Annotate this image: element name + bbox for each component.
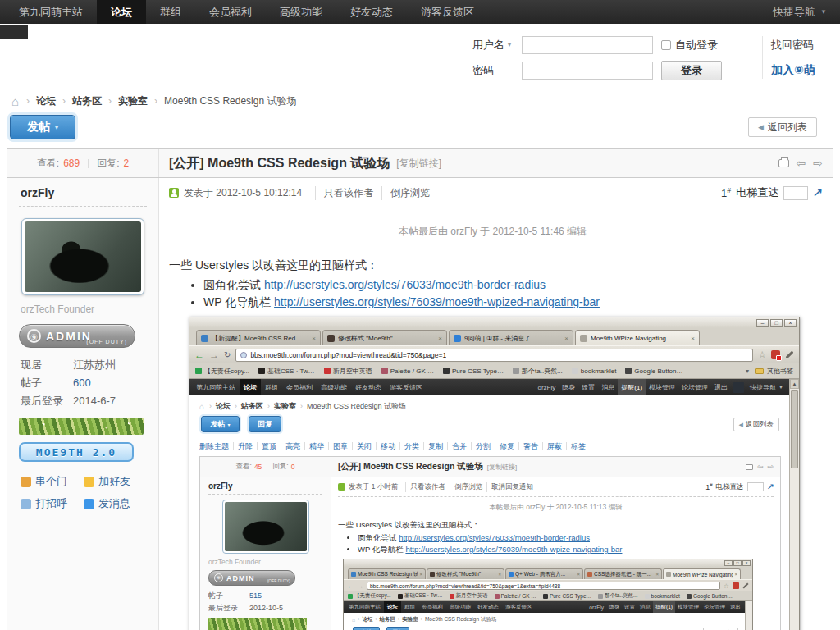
- post-time: 发表于 2012-10-5 10:12:14: [184, 186, 302, 200]
- screenshot-admin-link: 高亮: [281, 442, 300, 450]
- window-button: □: [770, 319, 783, 327]
- topnav-item[interactable]: 游客反馈区: [407, 0, 488, 24]
- topnav-item[interactable]: 第九同萌主站: [5, 0, 97, 24]
- userstyle-link: http://userstyles.org/styles/76033/moe9t…: [399, 533, 590, 542]
- userstyle-link[interactable]: http://userstyles.org/styles/76039/moe9t…: [274, 295, 600, 308]
- post-bullets: 圆角化尝试 http://userstyles.org/styles/76033…: [203, 276, 816, 311]
- site-icon: [240, 352, 247, 358]
- signature-banner: [19, 418, 144, 435]
- breadcrumb-link[interactable]: Moe9th CSS Redesign 试验场: [148, 94, 296, 108]
- join-link[interactable]: 加入⑨萌: [771, 63, 830, 78]
- home-icon[interactable]: ⌂: [11, 94, 19, 108]
- stat-label: 帖子: [21, 374, 73, 392]
- post-meta-link: 取消回复通知: [486, 482, 533, 492]
- userstyle-link[interactable]: http://userstyles.org/styles/76033/moe9t…: [264, 278, 546, 291]
- nested-reply-button: 回复: [386, 627, 409, 630]
- auto-login-label: 自动登录: [675, 38, 718, 52]
- print-icon[interactable]: [778, 159, 789, 167]
- breadcrumb-link[interactable]: 实验室: [102, 94, 148, 108]
- stat-value: 2012-10-5: [249, 602, 283, 614]
- jump-icon[interactable]: ↗: [812, 186, 824, 199]
- bookmark-item: 【无责任copy...: [348, 592, 391, 600]
- prev-thread-icon[interactable]: ⇦: [797, 157, 806, 170]
- bookmark-item: bookmarklet: [645, 593, 680, 599]
- topnav-item[interactable]: 好友动态: [336, 0, 407, 24]
- back-to-list-label: 返回列表: [768, 121, 807, 135]
- bookmark-favicon: [598, 594, 603, 599]
- admin-badge: ⑨ ADMIN (OFF DUTY): [19, 324, 135, 348]
- bookmark-label: bookmarklet: [581, 368, 617, 375]
- divider: [88, 159, 89, 168]
- tab-favicon: [666, 572, 671, 577]
- post-meta-link[interactable]: 倒序浏览: [381, 186, 430, 200]
- copy-link[interactable]: [复制链接]: [396, 157, 441, 171]
- password-input[interactable]: [522, 62, 653, 80]
- author-custom-title: orzTech Founder: [208, 558, 322, 566]
- admin-badge-label: ADMIN: [46, 330, 92, 343]
- stat-row: 现居 江苏苏州: [21, 356, 147, 374]
- replies-count: 0: [291, 463, 295, 471]
- nested-nav-item: 群组: [401, 601, 418, 613]
- screenshot-thread: 查看: 45 回复: 0 [公开] Moe9th CSS Redesign 试验…: [199, 456, 781, 630]
- author-action-link[interactable]: 发消息: [84, 496, 147, 511]
- topnav-item[interactable]: 群组: [146, 0, 195, 24]
- post-count-link[interactable]: 600: [73, 374, 91, 392]
- replies-label: 回复:: [97, 157, 119, 171]
- post-image-screenshot[interactable]: –□× 【新提醒】Moe9th CSS Red × 修改样式 "Moe9th" …: [189, 317, 800, 630]
- tab-title: Q+ Web - 腾讯官方...: [515, 571, 575, 578]
- nested-forum-page: ⌂ 论坛站务区实验室Moe9th CSS Redesign 试验场 发帖 回复: [344, 613, 745, 630]
- jump-icon: ↗: [766, 482, 774, 491]
- bookmark-label: Google Button…: [634, 368, 682, 375]
- tab-favicon: [327, 335, 335, 342]
- screenshot-new-post-button: 发帖 ▾: [201, 416, 240, 432]
- browser-tab: Moe9th WPize Navigating ×: [575, 330, 700, 345]
- breadcrumb-link[interactable]: 站务区: [56, 94, 102, 108]
- topnav-item[interactable]: 高级功能: [266, 0, 336, 24]
- breadcrumb-link[interactable]: 论坛: [20, 94, 56, 108]
- online-status-icon: [338, 483, 345, 491]
- elevator-input[interactable]: [783, 186, 808, 200]
- post-time: 发表于 1 小时前: [349, 482, 398, 492]
- topnav-item[interactable]: 论坛: [97, 0, 146, 24]
- bookmark-item: Palette / GK …: [381, 368, 434, 375]
- username-input[interactable]: [522, 36, 653, 54]
- thread-title-bar: [公开] Moe9th CSS Redesign 试验场 [复制链接] ⇦ ⇨: [159, 149, 833, 177]
- screenshot-forum-navbar: 第九同萌主站论坛群组会员福利高级功能好友动态游客反馈区 orzFly隐身设置消息…: [189, 379, 789, 395]
- author-name[interactable]: orzFly: [19, 178, 147, 207]
- new-post-button[interactable]: 发帖 ▾: [10, 115, 75, 139]
- bookmark-label: 新月空中英语: [456, 592, 488, 600]
- nested-address-bar: ← → bbs.moe9th.com/forum.php?mod=viewthr…: [344, 579, 752, 591]
- author-action-link[interactable]: 加好友: [84, 474, 147, 489]
- next-thread-icon: ⇨: [767, 463, 774, 471]
- login-type-selector[interactable]: 用户名 ▾: [472, 38, 514, 52]
- author-action-link[interactable]: 打招呼: [21, 496, 84, 511]
- quick-nav[interactable]: 快捷导航 ▼: [760, 0, 840, 24]
- post-count-link: 515: [249, 590, 262, 602]
- topnav-item[interactable]: 会员福利: [195, 0, 266, 24]
- nested-user-item: 隐身: [606, 601, 622, 613]
- scroll-thumb: [791, 390, 798, 468]
- tab-title: CSS选择器笔记 - 阮一...: [594, 571, 654, 578]
- author-action-link[interactable]: 串个门: [21, 474, 84, 489]
- bookmark-item: bookmarklet: [572, 368, 617, 375]
- omnibox: bbs.moe9th.com/forum.php?mod=viewthread&…: [235, 349, 753, 362]
- action-icon: [21, 477, 31, 487]
- back-to-list-button[interactable]: ◀ 返回列表: [748, 117, 817, 137]
- tab-title: Moe9th WPize Navigating: [673, 572, 733, 578]
- views-count: 45: [254, 463, 262, 471]
- breadcrumb-items: 论坛站务区实验室Moe9th CSS Redesign 试验场: [20, 94, 296, 108]
- username-label: 用户名: [472, 38, 504, 52]
- checkbox-icon: [661, 40, 671, 50]
- login-button[interactable]: 登录: [661, 61, 722, 80]
- action-icon: [84, 477, 94, 487]
- bookmark-label: 那个ta..突然...: [522, 367, 563, 376]
- avatar[interactable]: [21, 218, 144, 295]
- screenshot-breadcrumb-link: 实验室: [263, 401, 296, 412]
- screenshot-user-item: 隐身: [559, 379, 578, 395]
- screenshot-page-body: 第九同萌主站论坛群组会员福利高级功能好友动态游客反馈区 orzFly隐身设置消息…: [189, 379, 799, 630]
- next-thread-icon[interactable]: ⇨: [813, 157, 823, 170]
- post-meta-link[interactable]: 只看该作者: [315, 186, 373, 200]
- window-button: □: [733, 560, 742, 566]
- auto-login-checkbox[interactable]: 自动登录: [661, 38, 763, 52]
- find-password-link[interactable]: 找回密码: [771, 38, 830, 52]
